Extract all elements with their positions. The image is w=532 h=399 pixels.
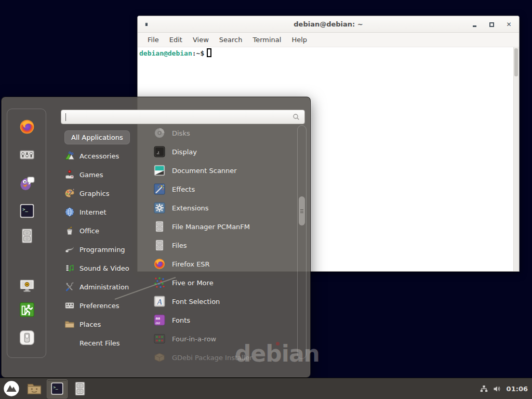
network-tray-icon[interactable] xyxy=(480,384,488,393)
menu-search[interactable]: Search xyxy=(214,34,248,46)
category-graphics[interactable]: Graphics xyxy=(62,184,141,203)
app-label: Document Scanner xyxy=(172,167,237,175)
app-document-scanner[interactable]: Document Scanner xyxy=(149,161,295,180)
minimize-button[interactable] xyxy=(472,22,477,28)
svg-text:aɑ: aɑ xyxy=(156,320,161,325)
volume-tray-icon[interactable] xyxy=(493,384,501,393)
category-label: Recent Files xyxy=(79,339,120,347)
menu-edit[interactable]: Edit xyxy=(164,34,188,46)
window-title: debian@debian: ~ xyxy=(138,20,519,28)
menu-scrollbar[interactable] xyxy=(297,125,307,359)
app-five-or-more[interactable]: Five or More xyxy=(149,273,295,292)
app-gdebi-package-installer[interactable]: GDebi Package Installer xyxy=(149,348,295,367)
menu-view[interactable]: View xyxy=(188,34,214,46)
file-cabinet-icon xyxy=(153,220,166,233)
category-label: Games xyxy=(79,171,103,179)
category-label: Administration xyxy=(79,283,129,291)
favorite-pidgin[interactable] xyxy=(18,174,36,192)
favorite-file-manager[interactable] xyxy=(18,227,36,245)
applications-menu-button[interactable] xyxy=(1,379,22,398)
terminal-cursor xyxy=(207,48,211,57)
taskbar-file-manager-button[interactable] xyxy=(24,379,45,398)
category-administration[interactable]: Administration xyxy=(62,277,141,296)
category-label: Places xyxy=(79,321,101,328)
shut-down-button[interactable] xyxy=(18,328,36,347)
application-list: Disks Display Document Scanner Effects E… xyxy=(149,124,295,367)
category-places[interactable]: Places xyxy=(62,315,141,334)
app-label: Effects xyxy=(172,185,195,193)
category-office[interactable]: Office xyxy=(62,221,141,240)
games-icon xyxy=(64,169,75,180)
app-disks[interactable]: Disks xyxy=(149,124,295,142)
lock-screen-button[interactable] xyxy=(18,276,36,295)
app-files[interactable]: Files xyxy=(149,236,295,255)
disks-icon xyxy=(153,127,166,139)
app-label: Firefox ESR xyxy=(172,260,210,268)
category-recent-files[interactable]: Recent Files xyxy=(62,334,141,352)
search-input[interactable] xyxy=(61,110,305,124)
settings-mixer-icon xyxy=(19,147,35,163)
prompt-path: :~$ xyxy=(192,49,204,57)
menu-help[interactable]: Help xyxy=(286,34,312,46)
close-button[interactable]: ✕ xyxy=(506,22,512,28)
category-accessories[interactable]: Accessories xyxy=(62,147,141,165)
terminal-titlebar[interactable]: debian@debian: ~ ✕ xyxy=(138,16,519,33)
category-sound-video[interactable]: Sound & Video xyxy=(62,259,141,277)
maximize-button[interactable] xyxy=(489,22,495,28)
menu-terminal[interactable]: Terminal xyxy=(247,34,286,46)
text-caret xyxy=(65,113,66,121)
app-firefox-esr[interactable]: Firefox ESR xyxy=(149,255,295,273)
category-programming[interactable]: Programming xyxy=(62,240,141,259)
log-out-icon xyxy=(19,301,35,318)
category-label: Sound & Video xyxy=(79,264,129,272)
desktop[interactable]: debian@debian: ~ ✕ File Edit View Search… xyxy=(0,0,532,399)
svg-text:A: A xyxy=(157,298,163,306)
app-display[interactable]: Display xyxy=(149,142,295,161)
favorites-rail: >_ xyxy=(7,109,46,358)
taskbar-file-cabinet-button[interactable] xyxy=(70,379,90,398)
graphics-icon xyxy=(64,188,75,198)
category-list: All Applications Accessories Games Graph… xyxy=(62,128,141,352)
terminal-icon: >_ xyxy=(19,203,35,219)
terminal-scrollbar[interactable] xyxy=(513,47,519,271)
app-label: Five or More xyxy=(172,279,214,287)
lock-screen-icon xyxy=(19,277,35,294)
internet-icon xyxy=(64,207,75,217)
taskbar-terminal-button[interactable]: >_ xyxy=(47,379,68,398)
app-effects[interactable]: Effects xyxy=(149,180,295,198)
app-label: Font Selection xyxy=(172,298,220,305)
document-scanner-icon xyxy=(153,164,166,177)
five-or-more-icon xyxy=(153,276,166,289)
effects-icon xyxy=(153,183,166,195)
firefox-icon xyxy=(19,118,35,135)
favorite-settings[interactable] xyxy=(18,145,36,164)
places-folder-icon xyxy=(64,319,75,329)
app-fonts[interactable]: aaaɑFonts xyxy=(149,311,295,329)
category-games[interactable]: Games xyxy=(62,165,141,184)
whisker-menu-icon xyxy=(3,380,20,397)
font-selection-icon: A xyxy=(153,295,166,308)
category-preferences[interactable]: Preferences xyxy=(62,296,141,315)
app-label: Four-in-a-row xyxy=(172,335,216,343)
folder-icon xyxy=(26,381,42,396)
app-font-selection[interactable]: AFont Selection xyxy=(149,292,295,311)
app-extensions[interactable]: Extensions xyxy=(149,198,295,217)
shell-prompt: debian@debian:~$ xyxy=(139,48,211,57)
app-four-in-a-row[interactable]: Four-in-a-row xyxy=(149,329,295,348)
sound-video-icon xyxy=(64,263,75,273)
log-out-button[interactable] xyxy=(18,300,36,319)
firefox-icon xyxy=(153,258,166,270)
menu-file[interactable]: File xyxy=(142,34,164,46)
app-file-manager-pcmanfm[interactable]: File Manager PCManFM xyxy=(149,217,295,236)
menu-scrollbar-thumb[interactable] xyxy=(299,196,305,225)
category-all-applications[interactable]: All Applications xyxy=(62,128,141,147)
terminal-scrollbar-thumb[interactable] xyxy=(514,48,518,76)
fonts-icon: aaaɑ xyxy=(153,314,166,326)
app-label: File Manager PCManFM xyxy=(172,223,250,231)
programming-icon xyxy=(64,244,75,255)
app-label: Display xyxy=(172,148,197,156)
app-label: GDebi Package Installer xyxy=(172,354,252,362)
favorite-terminal[interactable]: >_ xyxy=(18,202,36,220)
favorite-firefox[interactable] xyxy=(18,117,36,136)
category-internet[interactable]: Internet xyxy=(62,203,141,221)
